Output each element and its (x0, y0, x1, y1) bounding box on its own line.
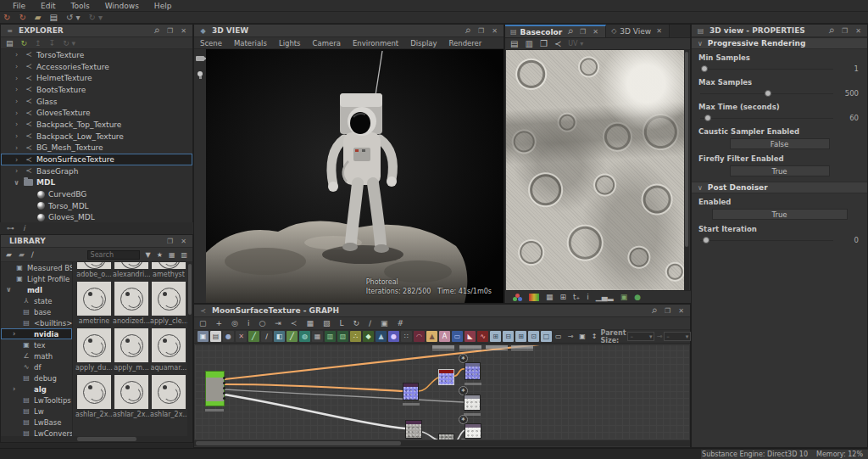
explorer-toolbar-icon[interactable]: ▤ (6, 39, 14, 48)
graph-extra-icon[interactable]: ▭ (555, 333, 562, 340)
node-create-icon[interactable]: ● (388, 331, 399, 342)
chevron-icon[interactable]: › (13, 86, 20, 93)
close-icon[interactable]: ✕ (654, 27, 664, 35)
tree-item[interactable]: › Backpack_Top_Texture (1, 119, 192, 131)
node-create-icon[interactable]: ∿ (477, 331, 488, 342)
node-create-icon[interactable]: ▦ (312, 331, 323, 342)
search-input[interactable] (87, 250, 140, 260)
graph-node-blend[interactable] (403, 383, 419, 400)
view3d-menu-item[interactable]: Camera (307, 39, 347, 48)
view3d-menu-item[interactable]: Environment (347, 39, 404, 48)
library-folder-item[interactable]: LwTooltips (1, 395, 72, 406)
display-toolbar-icon[interactable]: ⊞ (560, 293, 567, 301)
node-create-icon[interactable]: □ (541, 331, 552, 342)
graph-node-levels[interactable] (405, 420, 422, 439)
library-asset[interactable]: aquamar... (150, 327, 187, 373)
library-folder-item[interactable]: state (1, 295, 72, 306)
view3d-menu-item[interactable]: Scene (194, 39, 228, 48)
library-folder-item[interactable]: <builtins> (1, 317, 72, 328)
library-filter-icon[interactable]: ★ (157, 251, 163, 259)
node-create-icon[interactable]: A (439, 331, 450, 342)
close-icon[interactable]: ✕ (591, 28, 600, 36)
explorer-toolbar-icon[interactable]: ↧ (49, 39, 56, 48)
library-vertical-scrollbar[interactable] (187, 262, 192, 437)
view3d-viewport[interactable]: Photoreal Iterations: 282/500 Time: 41s/… (206, 49, 504, 303)
tree-item[interactable]: › Glass (1, 96, 192, 108)
firefly-filter-toggle[interactable]: True (730, 165, 830, 176)
graph-extra-icon[interactable]: ▣ (579, 333, 586, 340)
info-dock-icon[interactable]: i (23, 224, 25, 232)
parent-size-height-dropdown[interactable]: –▾ (664, 332, 691, 341)
chevron-icon[interactable]: › (13, 98, 20, 105)
tree-item[interactable]: › GlovesTexture (1, 107, 192, 119)
tab-3d-view[interactable]: ◇ 3D View ✕ (606, 25, 670, 37)
tree-item[interactable]: › MoonSurfaceTexture (1, 154, 192, 165)
parent-size-width-dropdown[interactable]: –▾ (627, 332, 654, 341)
tree-item[interactable]: › HelmetTexture (1, 72, 192, 84)
display-toolbar-icon[interactable]: ● (634, 293, 641, 301)
library-asset[interactable]: apply_m... (113, 327, 150, 373)
explorer-toolbar-icon[interactable]: ↻ (21, 39, 28, 48)
toolbar-icon[interactable]: ↺ ▾ (66, 13, 81, 23)
library-folder-item[interactable]: math (1, 350, 72, 361)
display-toolbar-icon[interactable]: ▣ (620, 293, 628, 301)
float-icon[interactable]: ❐ (663, 307, 672, 315)
toolbar-icon[interactable]: ▤ (49, 13, 57, 23)
max-samples-slider[interactable]: 500 (698, 89, 860, 98)
section-post-denoiser[interactable]: ∨ Post Denoiser (692, 182, 867, 193)
camera-icon[interactable] (196, 56, 204, 61)
graph-extra-icon[interactable]: ↕ (592, 333, 598, 340)
node-create-icon[interactable]: ◣ (465, 331, 476, 342)
library-toolbar-icon[interactable]: ▰ (19, 250, 25, 259)
node-create-icon[interactable]: ◆ (363, 331, 374, 342)
chevron-icon[interactable]: › (13, 330, 19, 338)
graph-tool-icon[interactable]: ○ (259, 319, 265, 327)
pin-icon[interactable]: ⚲ (825, 25, 837, 36)
library-asset[interactable]: adobe_o... (75, 262, 113, 280)
node-create-icon[interactable]: ▲ (376, 331, 387, 342)
library-asset[interactable]: ashlar_2x... (113, 373, 150, 420)
graph-tool-icon[interactable]: i (248, 319, 250, 327)
node-create-icon[interactable]: ╱ (248, 331, 259, 342)
node-create-icon[interactable]: ╱ (287, 331, 298, 342)
toolbar-icon[interactable]: ↻ ▾ (89, 13, 103, 23)
library-asset[interactable]: ametrine (75, 280, 113, 327)
chevron-icon[interactable]: › (13, 120, 20, 128)
graph-tool-icon[interactable]: ▧ (323, 319, 331, 327)
tab-basecolor[interactable]: ▤ Basecolor ⚲ ❐ ✕ (505, 25, 606, 37)
chevron-icon[interactable]: ∨ (6, 286, 12, 294)
menu-item[interactable]: Edit (33, 2, 63, 10)
view2d-vertical-scrollbar[interactable] (684, 50, 689, 291)
float-icon[interactable]: ❐ (476, 27, 486, 35)
display-toolbar-icon[interactable]: i (587, 293, 589, 301)
chevron-icon[interactable]: › (13, 167, 20, 175)
library-folder-item[interactable]: Light Profile (1, 273, 72, 284)
tree-item[interactable]: Gloves_MDL (1, 212, 192, 222)
toolbar-icon[interactable]: ▰ (35, 13, 42, 23)
start-iteration-slider[interactable]: 0 (698, 236, 860, 245)
node-create-icon[interactable]: ⊞ (490, 331, 501, 342)
float-icon[interactable]: ❐ (840, 27, 849, 35)
graph-tool-icon[interactable]: ▣ (381, 319, 388, 327)
uv-dropdown[interactable]: UV ▾ (568, 40, 583, 48)
chevron-icon[interactable]: › (13, 156, 20, 164)
link-size-icon[interactable]: ⊸ (656, 333, 662, 340)
library-toolbar-icon[interactable]: ∕ (31, 250, 34, 259)
graph-tool-icon[interactable]: ↻ (353, 319, 359, 327)
chevron-icon[interactable]: › (13, 51, 20, 59)
tree-item[interactable]: › Backpack_Low_Texture (1, 131, 192, 143)
library-folder-item[interactable]: tex (1, 339, 72, 350)
graph-tool-icon[interactable]: ▢ (199, 319, 207, 327)
library-asset[interactable]: ashlar_2x... (75, 373, 113, 420)
menu-item[interactable]: Tools (64, 2, 97, 10)
node-create-icon[interactable]: ● (223, 331, 234, 342)
max-time-slider[interactable]: 60 (698, 114, 860, 123)
library-folder-item[interactable]: Lw (1, 406, 72, 417)
graph-tool-icon[interactable]: ∕ (369, 319, 371, 327)
graph-extra-icon[interactable]: ⊸ (568, 333, 574, 340)
close-icon[interactable]: ✕ (179, 238, 188, 245)
graph-tool-icon[interactable]: + (216, 319, 223, 327)
rgb-channels-icon[interactable] (513, 294, 522, 301)
library-asset[interactable]: apply_cle... (150, 280, 187, 327)
node-create-icon[interactable]: ∷ (401, 331, 412, 342)
